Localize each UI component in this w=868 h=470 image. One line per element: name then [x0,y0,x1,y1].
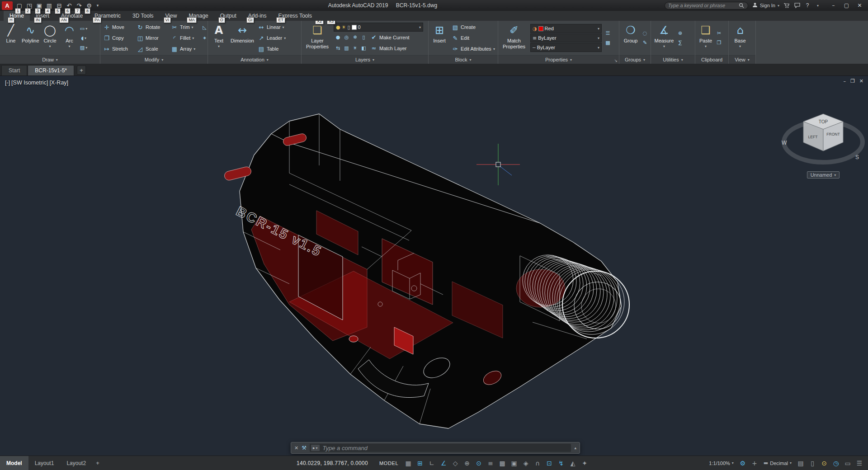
status-toggle-isometric-drafting[interactable]: ◇ [450,458,461,469]
qat-button-redo[interactable]: ↷ 7 [74,1,84,10]
viewport-control[interactable]: [-] [5,80,10,86]
status-toggle-polar-tracking[interactable]: ∠ [438,458,449,469]
list-button[interactable]: ☰ [604,29,612,38]
layer-tool-state[interactable]: ⇆ [334,44,342,52]
qat-button-save-as[interactable]: ▥ 4 [44,1,54,10]
properties-panel-footer[interactable]: Properties ▾ ↘ [498,55,619,64]
status-toggle-workspace-switching[interactable]: ⚙ [737,458,748,469]
trim-button[interactable]: ✂ Trim ▾ [170,22,200,33]
status-toggle-customization[interactable]: ☰ [854,458,865,469]
status-toggle-graphics-performance[interactable]: ↯ [556,458,566,469]
ribbon-tab-add-ins[interactable]: Add-ins GI [242,11,273,21]
model-space-viewport[interactable]: BCR-15 v1.5 [-][SW Isometric][X-Ray] – ❐… [0,76,868,456]
annotation-panel-footer[interactable]: Annotation ▾ [208,55,301,64]
layer-properties-button[interactable]: ❏ Layer Properties [303,22,332,54]
match-properties-button[interactable]: ✐ Match Properties [500,22,528,54]
sign-in-button[interactable]: Sign In ▾ [752,2,779,9]
view-panel-footer[interactable]: View ▾ [729,55,755,64]
paste-dropdown-icon[interactable]: ▾ [705,44,707,48]
quick-calc-button[interactable]: ∑ [676,38,684,47]
id-point-button[interactable]: ⊕ [676,29,684,38]
viewcube[interactable]: W S TOP LEFT FRONT [780,108,866,168]
model-paper-space-toggle[interactable]: MODEL [375,456,402,470]
viewport-control[interactable]: [X-Ray] [49,80,69,86]
command-customize-icon[interactable]: ⚒ [302,445,307,451]
linetype-dropdown-icon[interactable]: ▾ [598,46,599,50]
status-toggle-lineweight[interactable]: ≡ [485,458,496,469]
status-toggle-3d-osnap[interactable]: ◈ [520,458,531,469]
viewport-control[interactable]: [SW Isometric] [11,80,48,86]
leader-button[interactable]: ↗ Leader ▾ [256,33,287,43]
annotation-scale-button[interactable]: 1:1/100% ▾ [706,458,737,469]
arc-button[interactable]: ◠ Arc ▾ [60,22,79,54]
groups-panel-footer[interactable]: Groups ▾ [619,55,651,64]
layout-tab-layout1[interactable]: Layout1 [28,456,61,470]
text-dropdown-icon[interactable]: ▾ [218,44,220,48]
qat-button-undo[interactable]: ↶ 6 [64,1,74,10]
application-menu-button[interactable]: A [2,1,13,10]
lineweight-dropdown-icon[interactable]: ▾ [598,36,599,40]
units-button[interactable]: ▬ Decimal ▾ [760,458,795,469]
qat-button-plot[interactable]: ⊟ 5 [54,1,64,10]
ellipse-button[interactable]: ◖ ▾ [80,34,88,42]
maximize-button[interactable]: ▢ [840,1,853,10]
make-current-button[interactable]: ✔ Make Current [369,32,411,42]
command-prompt-button[interactable]: ▸ ▾ [311,445,320,451]
stretch-button[interactable]: ↦ Stretch [102,44,135,54]
layer-tool-lock[interactable]: ▯ [359,33,368,42]
copy-button[interactable]: ❐ Copy [102,33,135,43]
array-button[interactable]: ▦ Array ▾ [170,44,200,54]
block-panel-footer[interactable]: Block ▾ [429,55,498,64]
minimize-button[interactable]: – [827,1,840,10]
transparency-button[interactable]: ▩ [604,38,612,47]
layer-tool-off[interactable]: ● [334,33,342,42]
table-button[interactable]: ▤ Table [256,44,287,54]
scale-button[interactable]: ◿ Scale [135,44,170,54]
polyline-button[interactable]: ∿ Polyline [21,22,40,54]
ribbon-tab-parametric[interactable]: Parametric PA [89,11,127,21]
command-history-toggle[interactable]: ▴ [574,446,576,450]
clipboard-panel-footer[interactable]: Clipboard [695,55,728,64]
search-input[interactable] [668,3,736,8]
ungroup-button[interactable]: ◌ [641,29,649,38]
group-button[interactable]: ❍ Group [621,22,641,54]
close-button[interactable]: ✕ [853,1,866,10]
model-bcr15-lower-receiver[interactable]: BCR-15 v1.5 [223,114,629,428]
status-toggle-ortho[interactable]: ∟ [426,458,437,469]
status-toggle-dynamic-input[interactable]: ⊡ [544,458,555,469]
insert-block-button[interactable]: ⊞ Insert [430,22,449,54]
base-view-button[interactable]: ⌂ Base ▾ [730,22,750,54]
paste-button[interactable]: ❑ Paste ▾ [697,22,715,54]
move-button[interactable]: ✛ Move [102,22,135,33]
viewcube-front-face[interactable]: FRONT [826,132,840,136]
status-toggle-transparency[interactable]: ▩ [497,458,508,469]
status-toggle-isolate-objects[interactable]: ⊙ [819,458,830,469]
ribbon-tab-insert[interactable]: Insert IN [30,11,55,21]
layout-tab-model[interactable]: Model [0,456,28,470]
utilities-panel-footer[interactable]: Utilities ▾ [651,55,695,64]
text-button[interactable]: A Text ▾ [209,22,228,54]
dimension-button[interactable]: ↔ Dimension [229,22,255,54]
ribbon-tab-output[interactable]: Output O [214,11,242,21]
file-tab-bcr-15v1-5[interactable]: BCR-15v1-5* [28,65,74,75]
ribbon-tab-express-tools[interactable]: Express Tools ET [272,11,317,21]
status-toggle-autoscale[interactable]: ✦ [579,458,590,469]
command-line[interactable]: ✕ ⚒ ▸ ▾ Type a command ▴ [291,442,580,454]
command-input[interactable]: ▸ ▾ Type a command [310,444,571,452]
layer-tool-walk[interactable]: ▥ [342,44,351,52]
viewcube-left-face[interactable]: LEFT [808,135,818,139]
compass-south[interactable]: S [855,154,859,160]
draw-panel-footer[interactable]: Draw ▾ [0,55,100,64]
status-toggle-annotation-monitor[interactable]: + [749,458,760,469]
layer-dropdown-icon[interactable]: ▾ [419,25,421,29]
status-toggle-quick-properties[interactable]: ▤ [795,458,806,469]
edit-block-button[interactable]: ✎ Edit [450,33,496,43]
modify-panel-footer[interactable]: Modify ▾ [100,55,208,64]
search-icon[interactable] [738,3,745,8]
compass-west[interactable]: W [782,140,787,146]
line-button[interactable]: ╱ Line [1,22,20,54]
object-color-dropdown[interactable]: ◑ Red ▾ [530,24,602,33]
arc-dropdown-icon[interactable]: ▾ [69,44,71,48]
qat-button-qnew[interactable]: ▢ 1 [14,1,24,10]
layout-tab-layout2[interactable]: Layout2 [60,456,92,470]
